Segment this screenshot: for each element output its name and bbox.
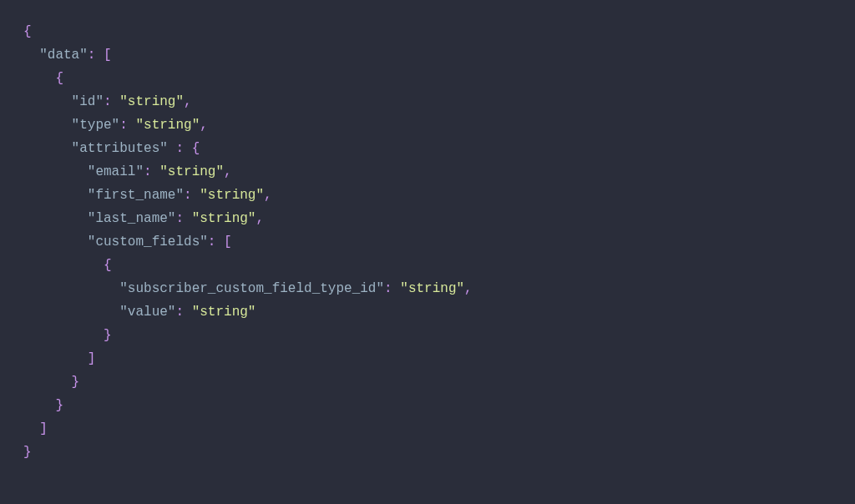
code-token: "data" bbox=[39, 48, 88, 63]
code-token bbox=[168, 141, 176, 156]
code-token: : bbox=[88, 48, 96, 63]
code-token bbox=[23, 258, 104, 273]
code-token bbox=[184, 211, 192, 226]
code-token: "email" bbox=[88, 164, 144, 179]
code-token: ] bbox=[88, 351, 96, 366]
code-token bbox=[128, 118, 136, 133]
code-token: "string" bbox=[119, 94, 184, 109]
code-token: , bbox=[255, 211, 264, 226]
code-token: , bbox=[224, 164, 232, 179]
code-token bbox=[23, 48, 39, 63]
code-token: "custom_fields" bbox=[88, 234, 208, 249]
code-token: "type" bbox=[72, 118, 120, 133]
code-token bbox=[23, 375, 72, 390]
code-token: { bbox=[23, 24, 32, 39]
code-token: [ bbox=[104, 48, 112, 63]
code-token: : bbox=[144, 164, 152, 179]
code-token: "value" bbox=[119, 305, 175, 320]
code-token: , bbox=[464, 281, 473, 296]
code-token bbox=[23, 305, 119, 320]
code-token: "string" bbox=[192, 211, 256, 226]
code-token: { bbox=[104, 258, 112, 273]
code-token: "first_name" bbox=[88, 188, 184, 203]
code-token: [ bbox=[224, 234, 232, 249]
code-token: } bbox=[55, 398, 63, 413]
code-token: } bbox=[72, 375, 80, 390]
code-token: : bbox=[175, 305, 184, 320]
code-token bbox=[23, 211, 88, 226]
code-token: , bbox=[184, 94, 192, 109]
code-token: } bbox=[104, 328, 112, 343]
code-token: : bbox=[384, 281, 392, 296]
code-token bbox=[23, 351, 88, 366]
code-token: } bbox=[23, 445, 32, 460]
code-token: : bbox=[104, 94, 112, 109]
code-token bbox=[215, 234, 224, 249]
code-token bbox=[23, 234, 88, 249]
code-token bbox=[23, 328, 104, 343]
code-token: "string" bbox=[192, 305, 256, 320]
code-token: { bbox=[55, 71, 63, 86]
code-token bbox=[95, 48, 104, 63]
code-token bbox=[23, 71, 55, 86]
code-token: : bbox=[175, 211, 184, 226]
code-token: "subscriber_custom_field_type_id" bbox=[119, 281, 384, 296]
code-token: "string" bbox=[200, 188, 264, 203]
code-token: ] bbox=[39, 421, 48, 436]
code-token bbox=[184, 141, 192, 156]
code-token: "string" bbox=[400, 281, 464, 296]
code-token: , bbox=[200, 118, 208, 133]
code-token: : bbox=[208, 234, 216, 249]
code-token: { bbox=[192, 141, 200, 156]
code-token bbox=[112, 94, 120, 109]
code-token: "string" bbox=[135, 118, 200, 133]
code-token: : bbox=[175, 141, 184, 156]
code-token bbox=[392, 281, 401, 296]
code-token: "string" bbox=[159, 164, 224, 179]
code-token bbox=[192, 188, 200, 203]
code-token bbox=[23, 118, 72, 133]
json-code-block: { "data": [ { "id": "string", "type": "s… bbox=[23, 20, 832, 464]
code-token: "id" bbox=[72, 94, 104, 109]
code-token: : bbox=[119, 118, 128, 133]
code-token bbox=[152, 164, 160, 179]
code-token: "attributes" bbox=[72, 141, 168, 156]
code-token bbox=[184, 305, 192, 320]
code-token: "last_name" bbox=[88, 211, 176, 226]
code-token bbox=[23, 141, 72, 156]
code-token: : bbox=[184, 188, 192, 203]
code-token: , bbox=[264, 188, 272, 203]
code-token bbox=[23, 281, 119, 296]
code-token bbox=[23, 421, 39, 436]
code-token bbox=[23, 188, 88, 203]
code-token bbox=[23, 94, 72, 109]
code-token bbox=[23, 164, 88, 179]
code-token bbox=[23, 398, 55, 413]
